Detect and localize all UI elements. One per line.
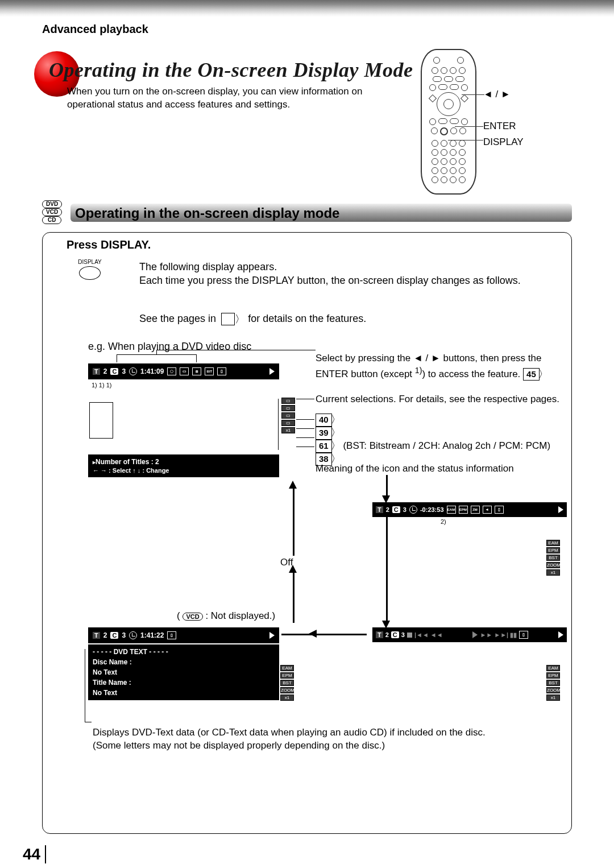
- play-icon: [269, 368, 275, 375]
- section-title: Operating in the on-screen display mode: [75, 205, 339, 221]
- clock-icon: [129, 367, 137, 375]
- instruction-frame: Press DISPLAY. DISPLAY The following dis…: [42, 232, 572, 834]
- page-subtitle: When you turn on the on-screen display, …: [67, 85, 403, 111]
- page-refs: 40〉 39〉 61〉 (BST: Bitstream / 2CH: Analo…: [316, 414, 550, 466]
- note-current-selections: Current selections. For details, see the…: [316, 393, 559, 406]
- page-number: 44: [23, 845, 46, 863]
- dvd-text-footnote: Displays DVD-Text data (or CD-Text data …: [93, 726, 559, 753]
- osd-bar-3: T2 C3 1:41:22 ▯: [88, 627, 279, 643]
- selection-indicator-box: [89, 402, 113, 439]
- note-select-enter: Select by pressing the ◄ / ► buttons, th…: [316, 352, 560, 381]
- osd-bar-4: T2 C3 |◄◄ ◄◄ ►► ►►| ▮▮ ▯: [372, 627, 567, 642]
- breadcrumb: Advanced playback: [42, 23, 148, 36]
- footnote-markers-1: 1) 1) 1): [92, 382, 111, 388]
- osd-bar-2: T2 C3 -0:23:53 EAMEPM ZM ◄▯: [372, 502, 567, 517]
- footnote-marker-2: 2): [441, 518, 446, 525]
- dvd-text-box: - - - - - DVD TEXT - - - - - Disc Name :…: [88, 644, 279, 700]
- body-line-2: Each time you press the DISPLAY button, …: [139, 274, 521, 287]
- remote-label-enter: ENTER: [483, 121, 516, 132]
- body-line-1: The following display appears.: [139, 260, 277, 274]
- osd-side-icons-1: ▭▭▭▭x1: [281, 398, 295, 433]
- page-ref-box-icon: [221, 313, 235, 325]
- title-count-popup: ▸Number of Titles : 2 ← → : Select ↑ ↓ :…: [88, 454, 279, 477]
- osd-bar-1: T 2 C 3 1:41:09 ◌▭⧈ BIT ▯: [88, 363, 279, 379]
- osd-side-icons-3: EAMEPM BSTZOOM x1: [280, 665, 294, 701]
- see-pages-line: See the pages in 〉 for details on the fe…: [139, 312, 366, 326]
- remote-control-illustration: [421, 49, 476, 195]
- example-label: e.g. When playing a DVD video disc: [88, 341, 251, 353]
- vcd-note: ( VCD : Not displayed.): [177, 610, 275, 622]
- disc-badge-vcd: VCD: [42, 208, 62, 216]
- remote-label-arrows: ◄ / ►: [483, 89, 511, 100]
- osd-side-icons-4: EAMEPM BSTZOOM x1: [546, 665, 560, 701]
- osd-side-icons-2: EAMEPM BSTZOOM x1: [546, 540, 560, 576]
- section-header: DVD VCD CD Operating in the on-screen di…: [42, 204, 572, 222]
- disc-badge-dvd: DVD: [42, 200, 62, 208]
- display-button-illustration: DISPLAY: [74, 259, 105, 280]
- disc-badge-cd: CD: [42, 216, 61, 224]
- remote-label-display: DISPLAY: [483, 137, 524, 148]
- step-heading: Press DISPLAY.: [67, 238, 151, 251]
- note-icon-meaning: Meaning of the icon and the status infor…: [316, 462, 514, 476]
- page-title: Operating in the On-screen Display Mode: [49, 58, 413, 82]
- page-gradient-bar: [0, 0, 614, 17]
- stop-icon: [407, 633, 412, 638]
